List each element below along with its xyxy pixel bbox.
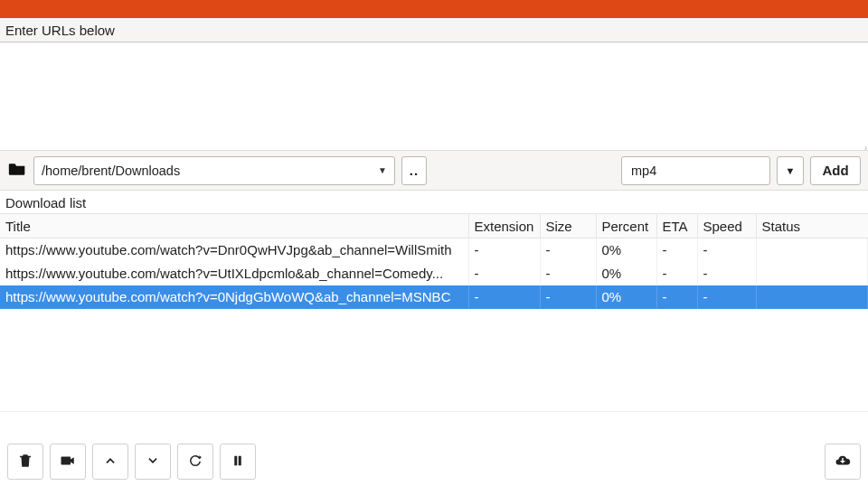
record-button[interactable] [50, 444, 86, 480]
reload-icon [187, 453, 203, 472]
window-titlebar [0, 0, 868, 18]
chevron-up-icon [104, 454, 117, 470]
cell-title: https://www.youtube.com/watch?v=Dnr0QwHV… [0, 238, 468, 262]
bottom-toolbar [0, 437, 868, 486]
cell-title: https://www.youtube.com/watch?v=UtIXLdpc… [0, 262, 468, 285]
scroll-hint-icon: › [864, 144, 867, 153]
table-header-row: Title Extension Size Percent ETA Speed S… [0, 214, 868, 238]
download-cloud-button[interactable] [825, 444, 861, 480]
col-header-title[interactable]: Title [0, 214, 468, 238]
cell-status [756, 238, 868, 262]
add-button[interactable]: Add [810, 156, 861, 185]
cell-extension: - [468, 285, 540, 309]
cell-eta: - [656, 285, 697, 309]
download-table: Title Extension Size Percent ETA Speed S… [0, 213, 868, 309]
cell-extension: - [468, 238, 540, 262]
format-dropdown-button[interactable]: ▼ [777, 156, 804, 185]
parent-directory-button[interactable]: .. [401, 156, 427, 185]
col-header-extension[interactable]: Extension [468, 214, 540, 238]
table-row[interactable]: https://www.youtube.com/watch?v=0NjdgGbW… [0, 285, 868, 309]
cell-percent: 0% [596, 262, 656, 285]
delete-button[interactable] [7, 444, 43, 480]
cell-speed: - [697, 238, 756, 262]
chevron-down-icon: ▼ [378, 165, 387, 175]
col-header-size[interactable]: Size [540, 214, 596, 238]
table-row[interactable]: https://www.youtube.com/watch?v=Dnr0QwHV… [0, 238, 868, 262]
col-header-status[interactable]: Status [756, 214, 868, 238]
chevron-down-icon [146, 454, 159, 470]
parent-directory-label: .. [410, 163, 419, 178]
trash-icon [17, 453, 33, 472]
col-header-eta[interactable]: ETA [656, 214, 697, 238]
cell-extension: - [468, 262, 540, 285]
format-combo-value: mp4 [631, 164, 656, 178]
download-list-heading: Download list [0, 191, 868, 213]
cell-speed: - [697, 262, 756, 285]
format-combo[interactable]: mp4 [621, 156, 770, 185]
pause-button[interactable] [220, 444, 256, 480]
url-input-label-row: Enter URLs below [0, 18, 868, 42]
url-input-label: Enter URLs below [5, 23, 115, 38]
download-table-area: Title Extension Size Percent ETA Speed S… [0, 213, 868, 412]
add-button-label: Add [822, 163, 848, 178]
pause-icon [230, 453, 246, 472]
url-textarea[interactable] [0, 42, 868, 150]
cell-eta: - [656, 262, 697, 285]
download-path-value: /home/brent/Downloads [42, 164, 180, 178]
cell-eta: - [656, 238, 697, 262]
download-path-combo[interactable]: /home/brent/Downloads ▼ [33, 156, 395, 185]
cloud-download-icon [835, 453, 851, 472]
path-toolbar: › /home/brent/Downloads ▼ .. mp4 ▼ Add [0, 150, 868, 191]
cell-size: - [540, 238, 596, 262]
table-row[interactable]: https://www.youtube.com/watch?v=UtIXLdpc… [0, 262, 868, 285]
col-header-percent[interactable]: Percent [596, 214, 656, 238]
cell-title: https://www.youtube.com/watch?v=0NjdgGbW… [0, 285, 468, 309]
move-up-button[interactable] [92, 444, 128, 480]
folder-icon [7, 160, 27, 182]
col-header-speed[interactable]: Speed [697, 214, 756, 238]
chevron-down-icon: ▼ [786, 165, 796, 176]
reload-button[interactable] [177, 444, 213, 480]
cell-status [756, 262, 868, 285]
video-icon [60, 453, 76, 472]
cell-size: - [540, 285, 596, 309]
cell-percent: 0% [596, 238, 656, 262]
move-down-button[interactable] [135, 444, 171, 480]
cell-percent: 0% [596, 285, 656, 309]
cell-status [756, 285, 868, 309]
cell-size: - [540, 262, 596, 285]
cell-speed: - [697, 285, 756, 309]
